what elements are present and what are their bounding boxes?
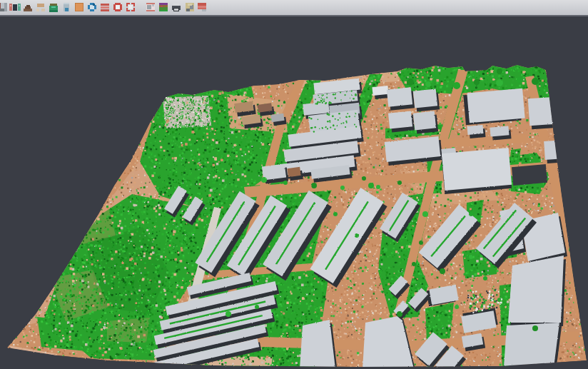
building (234, 101, 256, 116)
dark-courtyard (512, 164, 547, 186)
point-cloud-scene (0, 0, 588, 369)
red-banner-icon[interactable] (196, 1, 208, 13)
red-rows-icon[interactable] (99, 1, 111, 13)
building (388, 111, 415, 132)
blue-ring-icon[interactable] (86, 1, 98, 13)
building (442, 148, 512, 194)
green-building-icon[interactable] (48, 1, 59, 13)
building (528, 97, 559, 130)
layers-icon[interactable] (0, 1, 8, 13)
building (413, 111, 438, 133)
select-grid-icon[interactable] (145, 1, 156, 13)
building (508, 256, 566, 326)
building (413, 89, 440, 111)
building (490, 126, 511, 140)
printer-icon[interactable] (171, 1, 182, 13)
building (544, 140, 569, 163)
terrain-mound-icon[interactable] (22, 1, 34, 13)
building (387, 87, 415, 110)
red-brackets-icon[interactable] (125, 1, 136, 13)
orange-square-icon[interactable] (74, 1, 85, 13)
building (300, 320, 338, 369)
building (467, 125, 486, 138)
viewport-3d[interactable] (0, 0, 588, 369)
tan-blocks-icon[interactable] (35, 1, 46, 13)
table-red-teal-icon[interactable] (9, 1, 21, 13)
map-thumbnail-icon[interactable] (158, 1, 169, 13)
khaki-tool-icon[interactable] (184, 1, 196, 13)
toolbar (0, 0, 588, 16)
building (463, 89, 524, 126)
red-ring-icon[interactable] (112, 1, 123, 13)
blue-column-icon[interactable] (61, 1, 72, 13)
